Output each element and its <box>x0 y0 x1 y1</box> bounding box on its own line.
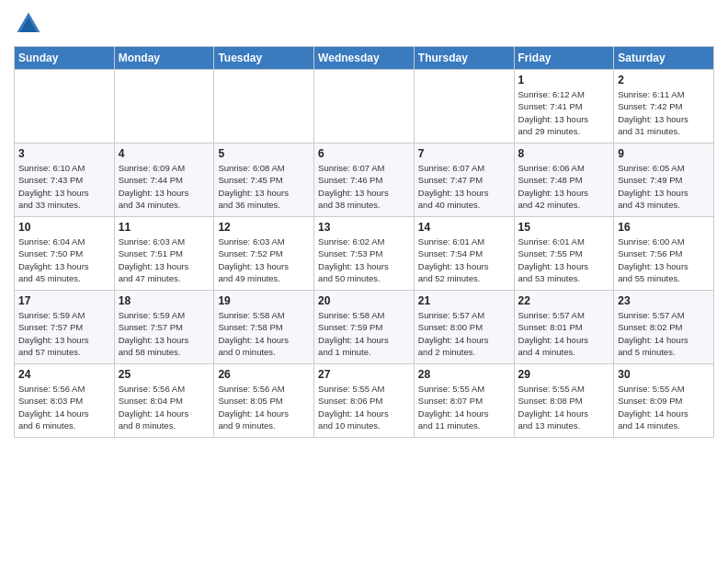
day-cell: 11Sunrise: 6:03 AM Sunset: 7:51 PM Dayli… <box>114 217 214 291</box>
day-number: 16 <box>618 221 710 234</box>
logo <box>14 9 47 39</box>
col-header-sunday: Sunday <box>15 47 115 70</box>
day-cell: 29Sunrise: 5:55 AM Sunset: 8:08 PM Dayli… <box>514 364 614 438</box>
day-number: 27 <box>318 368 410 381</box>
day-cell <box>114 70 214 144</box>
day-detail: Sunrise: 6:10 AM Sunset: 7:43 PM Dayligh… <box>18 162 110 211</box>
day-number: 9 <box>618 147 710 160</box>
day-number: 17 <box>18 294 110 307</box>
day-detail: Sunrise: 5:56 AM Sunset: 8:04 PM Dayligh… <box>119 383 210 431</box>
day-number: 19 <box>218 294 310 307</box>
day-cell: 6Sunrise: 6:07 AM Sunset: 7:46 PM Daylig… <box>314 144 415 217</box>
day-detail: Sunrise: 6:08 AM Sunset: 7:45 PM Dayligh… <box>218 162 310 211</box>
day-detail: Sunrise: 6:05 AM Sunset: 7:49 PM Dayligh… <box>618 162 710 211</box>
day-detail: Sunrise: 6:03 AM Sunset: 7:52 PM Dayligh… <box>218 236 310 284</box>
week-row-3: 10Sunrise: 6:04 AM Sunset: 7:50 PM Dayli… <box>15 217 714 291</box>
day-number: 29 <box>518 368 610 381</box>
day-detail: Sunrise: 5:59 AM Sunset: 7:57 PM Dayligh… <box>119 309 210 358</box>
day-detail: Sunrise: 5:57 AM Sunset: 8:01 PM Dayligh… <box>518 309 610 358</box>
day-cell: 28Sunrise: 5:55 AM Sunset: 8:07 PM Dayli… <box>414 364 514 438</box>
col-header-thursday: Thursday <box>414 47 514 70</box>
day-cell: 30Sunrise: 5:55 AM Sunset: 8:09 PM Dayli… <box>614 364 714 438</box>
day-cell <box>314 70 415 144</box>
day-cell: 19Sunrise: 5:58 AM Sunset: 7:58 PM Dayli… <box>214 291 314 364</box>
day-detail: Sunrise: 6:03 AM Sunset: 7:51 PM Dayligh… <box>119 236 210 284</box>
day-cell: 5Sunrise: 6:08 AM Sunset: 7:45 PM Daylig… <box>214 144 314 217</box>
day-detail: Sunrise: 6:00 AM Sunset: 7:56 PM Dayligh… <box>618 236 710 284</box>
day-number: 1 <box>518 74 610 86</box>
col-header-wednesday: Wednesday <box>314 47 415 70</box>
day-detail: Sunrise: 5:56 AM Sunset: 8:03 PM Dayligh… <box>18 383 110 431</box>
day-number: 10 <box>18 221 110 234</box>
week-row-1: 1Sunrise: 6:12 AM Sunset: 7:41 PM Daylig… <box>15 70 714 144</box>
day-cell: 13Sunrise: 6:02 AM Sunset: 7:53 PM Dayli… <box>314 217 415 291</box>
day-cell: 27Sunrise: 5:55 AM Sunset: 8:06 PM Dayli… <box>314 364 415 438</box>
col-header-tuesday: Tuesday <box>214 47 314 70</box>
day-cell <box>214 70 314 144</box>
day-number: 22 <box>518 294 610 307</box>
day-cell <box>414 70 514 144</box>
day-cell: 1Sunrise: 6:12 AM Sunset: 7:41 PM Daylig… <box>514 70 614 144</box>
day-number: 5 <box>218 147 310 160</box>
day-number: 8 <box>518 147 610 160</box>
day-number: 18 <box>119 294 210 307</box>
day-cell: 8Sunrise: 6:06 AM Sunset: 7:48 PM Daylig… <box>514 144 614 217</box>
day-cell: 25Sunrise: 5:56 AM Sunset: 8:04 PM Dayli… <box>114 364 214 438</box>
day-cell: 15Sunrise: 6:01 AM Sunset: 7:55 PM Dayli… <box>514 217 614 291</box>
col-header-monday: Monday <box>114 47 214 70</box>
day-number: 28 <box>418 368 510 381</box>
day-cell: 20Sunrise: 5:58 AM Sunset: 7:59 PM Dayli… <box>314 291 415 364</box>
day-cell: 10Sunrise: 6:04 AM Sunset: 7:50 PM Dayli… <box>15 217 115 291</box>
day-cell: 4Sunrise: 6:09 AM Sunset: 7:44 PM Daylig… <box>114 144 214 217</box>
day-cell: 2Sunrise: 6:11 AM Sunset: 7:42 PM Daylig… <box>614 70 714 144</box>
page: SundayMondayTuesdayWednesdayThursdayFrid… <box>0 0 728 563</box>
day-detail: Sunrise: 5:55 AM Sunset: 8:08 PM Dayligh… <box>518 383 610 431</box>
day-number: 30 <box>618 368 710 381</box>
day-detail: Sunrise: 5:55 AM Sunset: 8:07 PM Dayligh… <box>418 383 510 431</box>
day-number: 3 <box>18 147 110 160</box>
day-cell: 24Sunrise: 5:56 AM Sunset: 8:03 PM Dayli… <box>15 364 115 438</box>
day-number: 7 <box>418 147 510 160</box>
day-detail: Sunrise: 6:06 AM Sunset: 7:48 PM Dayligh… <box>518 162 610 211</box>
day-number: 2 <box>618 74 710 86</box>
day-number: 4 <box>119 147 210 160</box>
day-number: 21 <box>418 294 510 307</box>
header-row: SundayMondayTuesdayWednesdayThursdayFrid… <box>15 47 714 70</box>
day-number: 14 <box>418 221 510 234</box>
day-cell: 18Sunrise: 5:59 AM Sunset: 7:57 PM Dayli… <box>114 291 214 364</box>
day-detail: Sunrise: 5:56 AM Sunset: 8:05 PM Dayligh… <box>218 383 310 431</box>
day-cell <box>15 70 115 144</box>
week-row-5: 24Sunrise: 5:56 AM Sunset: 8:03 PM Dayli… <box>15 364 714 438</box>
day-number: 26 <box>218 368 310 381</box>
day-detail: Sunrise: 5:58 AM Sunset: 7:58 PM Dayligh… <box>218 309 310 358</box>
day-number: 12 <box>218 221 310 234</box>
week-row-2: 3Sunrise: 6:10 AM Sunset: 7:43 PM Daylig… <box>15 144 714 217</box>
day-number: 20 <box>318 294 410 307</box>
day-number: 15 <box>518 221 610 234</box>
day-cell: 7Sunrise: 6:07 AM Sunset: 7:47 PM Daylig… <box>414 144 514 217</box>
day-cell: 21Sunrise: 5:57 AM Sunset: 8:00 PM Dayli… <box>414 291 514 364</box>
day-detail: Sunrise: 6:09 AM Sunset: 7:44 PM Dayligh… <box>119 162 210 211</box>
day-detail: Sunrise: 5:57 AM Sunset: 8:02 PM Dayligh… <box>618 309 710 358</box>
day-cell: 26Sunrise: 5:56 AM Sunset: 8:05 PM Dayli… <box>214 364 314 438</box>
day-cell: 22Sunrise: 5:57 AM Sunset: 8:01 PM Dayli… <box>514 291 614 364</box>
day-cell: 16Sunrise: 6:00 AM Sunset: 7:56 PM Dayli… <box>614 217 714 291</box>
day-detail: Sunrise: 5:58 AM Sunset: 7:59 PM Dayligh… <box>318 309 410 358</box>
day-detail: Sunrise: 6:11 AM Sunset: 7:42 PM Dayligh… <box>618 88 710 137</box>
day-cell: 14Sunrise: 6:01 AM Sunset: 7:54 PM Dayli… <box>414 217 514 291</box>
col-header-friday: Friday <box>514 47 614 70</box>
day-cell: 12Sunrise: 6:03 AM Sunset: 7:52 PM Dayli… <box>214 217 314 291</box>
day-detail: Sunrise: 5:57 AM Sunset: 8:00 PM Dayligh… <box>418 309 510 358</box>
day-cell: 3Sunrise: 6:10 AM Sunset: 7:43 PM Daylig… <box>15 144 115 217</box>
day-number: 25 <box>119 368 210 381</box>
col-header-saturday: Saturday <box>614 47 714 70</box>
day-detail: Sunrise: 6:01 AM Sunset: 7:55 PM Dayligh… <box>518 236 610 284</box>
day-detail: Sunrise: 6:07 AM Sunset: 7:46 PM Dayligh… <box>318 162 410 211</box>
day-number: 13 <box>318 221 410 234</box>
day-detail: Sunrise: 5:59 AM Sunset: 7:57 PM Dayligh… <box>18 309 110 358</box>
logo-icon <box>14 9 43 39</box>
day-cell: 17Sunrise: 5:59 AM Sunset: 7:57 PM Dayli… <box>15 291 115 364</box>
day-cell: 23Sunrise: 5:57 AM Sunset: 8:02 PM Dayli… <box>614 291 714 364</box>
day-detail: Sunrise: 6:01 AM Sunset: 7:54 PM Dayligh… <box>418 236 510 284</box>
day-number: 23 <box>618 294 710 307</box>
